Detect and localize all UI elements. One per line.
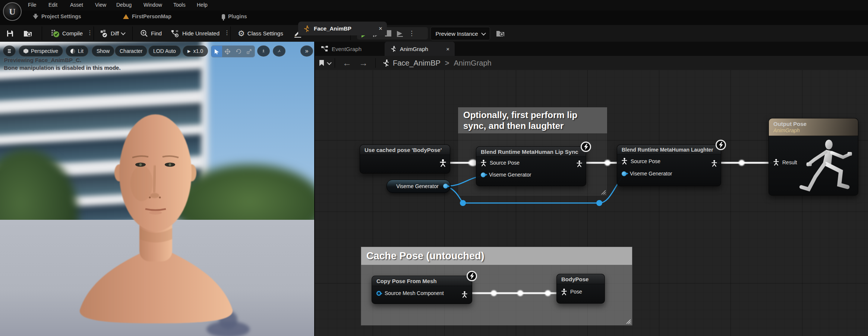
nav-back-button[interactable]: ←	[343, 58, 351, 67]
double-chevron-icon: »	[305, 48, 309, 54]
pose-pin-in[interactable]	[773, 159, 779, 166]
viewport-toolbar: Perspective Lit Show Character LOD Auto …	[0, 44, 314, 59]
menu-help[interactable]: Help	[197, 2, 208, 8]
reroute-node[interactable]	[596, 200, 602, 206]
play-options-kebab[interactable]: ⋮	[408, 30, 415, 37]
animgraph-canvas[interactable]: Optionally, first perform lip sync, and …	[315, 70, 868, 336]
viewport-menu-button[interactable]	[3, 45, 16, 57]
transform-tools	[211, 45, 255, 57]
node-title: BodyPose	[557, 274, 605, 284]
lit-sphere-icon	[70, 49, 75, 54]
breadcrumb-runner-icon	[382, 58, 390, 67]
menu-tools[interactable]: Tools	[173, 2, 186, 8]
pose-pin-out[interactable]	[577, 160, 582, 167]
bookmark-chevron-icon[interactable]	[327, 60, 332, 65]
tab-firstpersonmap[interactable]: FirstPersonMap	[123, 13, 171, 19]
tab-eventgraph[interactable]: EventGraph	[316, 42, 367, 56]
unreal-logo-icon[interactable]: U	[3, 2, 22, 21]
menu-asset[interactable]: Asset	[70, 2, 83, 8]
viewport-overflow-button[interactable]: »	[300, 45, 313, 57]
node-subtitle: AnimGraph	[773, 127, 853, 133]
chevron-down-icon	[121, 31, 126, 35]
pose-pin-in[interactable]	[481, 159, 486, 167]
bone-draw-button[interactable]	[273, 45, 285, 57]
scale-tool-button[interactable]	[244, 46, 255, 57]
breadcrumb-current: AnimGraph	[454, 59, 492, 67]
node-blend-lipsync[interactable]: Blend Runtime MetaHuman Lip Sync Source …	[476, 146, 586, 186]
move-tool-button[interactable]	[222, 46, 233, 57]
skip-to-end-button[interactable]	[396, 30, 404, 37]
menu-view[interactable]: View	[95, 2, 106, 8]
menu-debug[interactable]: Debug	[116, 2, 132, 8]
preview-viewport[interactable]: Previewing Face_AnimBP_C. Bone manipulat…	[0, 42, 314, 336]
breadcrumb-root[interactable]: Face_AnimBP	[393, 59, 441, 67]
reroute-node[interactable]	[460, 200, 466, 206]
close-tab-icon[interactable]: ×	[446, 46, 449, 52]
skeleton-options-button[interactable]	[257, 45, 270, 57]
lod-dropdown[interactable]: LOD Auto	[148, 45, 181, 57]
wire-bead	[605, 160, 610, 166]
lightning-icon	[470, 273, 474, 279]
preview-instance-dropdown[interactable]: Preview Instance	[430, 27, 490, 40]
graph-tab-strip: EventGraph AnimGraph ×	[315, 42, 868, 56]
character-dropdown[interactable]: Character	[115, 45, 147, 57]
nav-forward-button[interactable]: →	[359, 58, 368, 67]
hide-unrelated-button[interactable]: Hide Unrelated	[171, 28, 220, 39]
viseme-pin-in[interactable]	[622, 171, 626, 176]
show-dropdown[interactable]: Show	[92, 45, 114, 57]
viseme-pin-in[interactable]	[481, 172, 486, 177]
asset-tab-strip: Project Settings FirstPersonMap Plugins …	[0, 10, 868, 25]
menu-window[interactable]: Window	[143, 2, 162, 8]
editor-toolbar: Compile ⋮ Diff Find Hide Unrelated ⋮ ⚙ C…	[0, 25, 868, 42]
tab-project-settings[interactable]: Project Settings	[33, 13, 81, 19]
pose-pin-out[interactable]	[711, 160, 717, 167]
play-icon: ▶	[187, 49, 190, 54]
find-button[interactable]: Find	[140, 28, 162, 39]
tab-animgraph[interactable]: AnimGraph ×	[385, 42, 455, 56]
lightning-icon	[719, 142, 723, 148]
mannequin-figure	[798, 138, 857, 194]
hide-unrelated-kebab[interactable]: ⋮	[224, 30, 230, 36]
pose-pin-out[interactable]	[462, 291, 467, 298]
menu-edit[interactable]: Edit	[48, 2, 57, 8]
pose-pin-in[interactable]	[622, 158, 627, 165]
pose-pin-in[interactable]	[561, 288, 567, 295]
menu-file[interactable]: File	[28, 2, 37, 8]
compile-options-kebab[interactable]: ⋮	[87, 30, 93, 36]
tab-plugins[interactable]: Plugins	[222, 13, 247, 19]
variable-label: Viseme Generator	[396, 183, 438, 189]
viseme-pin-out[interactable]	[443, 184, 448, 188]
fast-path-badge	[716, 140, 726, 150]
node-title: Output Pose	[773, 121, 853, 127]
tab-face-animbp[interactable]: Face_AnimBP ×	[298, 22, 387, 35]
playback-speed-button[interactable]: ▶x1.0	[183, 45, 208, 57]
fast-path-badge	[581, 142, 591, 152]
node-blend-laughter[interactable]: Blend Runtime MetaHuman Laughter Source …	[617, 145, 721, 186]
compile-button[interactable]: Compile	[51, 28, 83, 39]
mesh-component-pin-in[interactable]	[376, 291, 381, 296]
fast-path-badge	[467, 271, 477, 281]
browse-preview-button[interactable]	[496, 28, 505, 39]
chevron-down-icon	[481, 31, 486, 35]
close-tab-icon[interactable]: ×	[379, 25, 382, 32]
node-output-pose[interactable]: Output Pose AnimGraph Result	[768, 118, 858, 196]
bookmark-icon[interactable]	[319, 60, 325, 66]
browse-asset-button[interactable]	[23, 28, 33, 39]
node-bodypose-cache[interactable]: BodyPose Pose	[556, 274, 605, 304]
search-icon	[140, 29, 148, 38]
cursor-icon	[214, 49, 219, 54]
node-copy-pose-from-mesh[interactable]: Copy Pose From Mesh Source Mesh Componen…	[372, 276, 472, 304]
perspective-dropdown[interactable]: Perspective	[19, 45, 63, 57]
select-tool-button[interactable]	[211, 46, 222, 57]
wire-bead	[491, 290, 497, 296]
wire-bead	[517, 290, 523, 296]
node-use-cached-pose[interactable]: Use cached pose 'BodyPose'	[360, 145, 450, 174]
node-viseme-generator-variable[interactable]: Viseme Generator	[386, 180, 451, 193]
pose-pin-out[interactable]	[440, 159, 446, 167]
diff-button[interactable]: Diff	[100, 28, 125, 39]
class-settings-button[interactable]: ⚙ Class Settings	[238, 28, 283, 39]
animgraph-runner-icon	[390, 45, 397, 52]
save-button[interactable]	[6, 28, 14, 39]
rotate-tool-button[interactable]	[233, 46, 244, 57]
lit-dropdown[interactable]: Lit	[66, 45, 88, 57]
